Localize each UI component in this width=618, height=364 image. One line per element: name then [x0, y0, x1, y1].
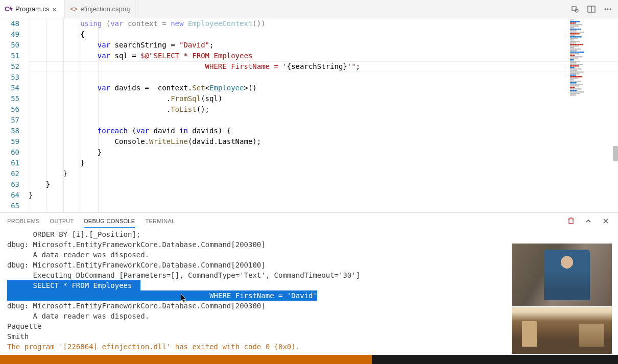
minimap[interactable]: ████████████████████████████████████████… — [570, 19, 617, 203]
more-actions-icon[interactable] — [603, 4, 613, 14]
close-icon[interactable]: × — [52, 6, 59, 13]
collapse-panel-icon[interactable] — [583, 216, 593, 226]
open-changes-icon[interactable] — [570, 4, 580, 14]
csharp-file-icon: C# — [5, 6, 12, 13]
status-bar-right[interactable] — [372, 355, 618, 364]
editor-area[interactable]: 484950515253545556575859606162636465 usi… — [0, 18, 618, 212]
webcam-presenter — [512, 244, 612, 306]
console-line: ORDER BY [i].[_Position]; — [7, 229, 611, 239]
panel-tab-output[interactable]: OUTPUT — [50, 215, 74, 227]
svg-point-4 — [605, 8, 606, 10]
panel-tabs: PROBLEMS OUTPUT DEBUG CONSOLE TERMINAL — [0, 213, 618, 229]
split-editor-icon[interactable] — [586, 4, 597, 14]
clear-console-icon[interactable] — [566, 216, 576, 226]
tab-label: efinjection.csproj — [80, 5, 130, 13]
webcam-overlay — [512, 244, 612, 354]
editor-tabs-bar: C# Program.cs × <> efinjection.csproj — [0, 0, 618, 18]
close-panel-icon[interactable] — [601, 216, 611, 226]
line-number-gutter: 484950515253545556575859606162636465 — [0, 18, 29, 212]
scrollbar-thumb[interactable] — [613, 146, 618, 161]
tab-program-cs[interactable]: C# Program.cs × — [0, 0, 65, 18]
tab-efinjection-csproj[interactable]: <> efinjection.csproj — [65, 0, 135, 18]
editor-toolbar — [565, 0, 618, 18]
csproj-file-icon: <> — [70, 6, 77, 13]
svg-point-6 — [610, 8, 611, 10]
code-content[interactable]: using (var context = new EmployeeContext… — [29, 18, 618, 212]
svg-point-5 — [607, 8, 609, 10]
webcam-room — [512, 307, 612, 354]
status-bar — [0, 355, 618, 364]
panel-tab-terminal[interactable]: TERMINAL — [145, 215, 175, 227]
panel-tab-debug-console[interactable]: DEBUG CONSOLE — [84, 215, 135, 228]
status-bar-left[interactable] — [0, 355, 372, 364]
tab-label: Program.cs — [15, 5, 49, 13]
panel-tab-problems[interactable]: PROBLEMS — [7, 215, 40, 227]
